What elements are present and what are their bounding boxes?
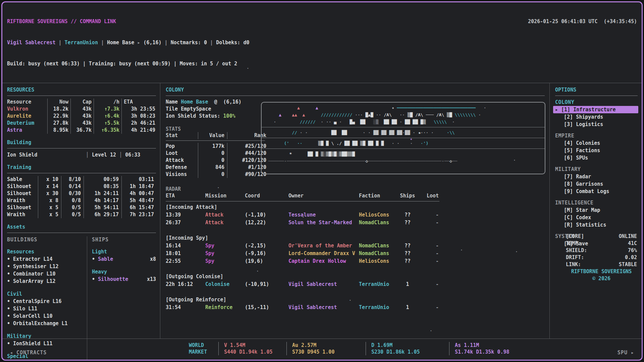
training-row: Silhouetx 300/301h 24:114h 00:47 [7, 190, 156, 197]
ships-title: SHIPS [92, 236, 156, 243]
building-group: Civil• CentralSpire L16• Silo L11• Solar… [7, 290, 84, 327]
stat-row: Defense846#1/120 [166, 164, 265, 171]
menu-item-combat-logs[interactable]: [9] Combat Logs [555, 188, 638, 195]
market-item: D 1.69MS230 D1.86k 1.05 [366, 342, 444, 355]
clock: 2026-01-25 06:41:03 UTC (+34:35:45) [528, 18, 637, 25]
building-item: • SolarArray L12 [7, 278, 84, 285]
selection-arrow-icon: ▸ [555, 107, 561, 113]
building-item: • Synthesiser L12 [7, 263, 84, 270]
options-group-military: MILITARY[7] Radar[8] Garrisons[9] Combat… [555, 166, 638, 195]
map-art-line: · ////// · ·· ▄ · █▄ ██ ░▒ ██ ██ · ██ ██… [266, 118, 541, 125]
resources-header: ResourceNowCap/hETA [7, 99, 156, 106]
header: RIFTBORNE SOVEREIGNS // COMMAND LINK 202… [2, 2, 642, 83]
core-status-line: LINK:STABLE [566, 261, 637, 268]
divider [7, 96, 156, 96]
map-band: * ██ █ ▒░▒█▒█░▒██▒▒█ ──────·────────────… [262, 148, 545, 166]
resources-table: ResourceNowCap/hETAVulkron18.2k43k↑7.3k3… [7, 99, 156, 134]
radar-row: 26:37Attack(12,22)Solun the Star-MarkedN… [166, 219, 545, 227]
options-title: OPTIONS [555, 86, 638, 94]
ship-item: • Sablex8 [92, 255, 156, 263]
training-row: Silhouetx 140/1408:351h 18:47 [7, 183, 156, 190]
options-group-title: EMPIRE [555, 132, 638, 139]
map-band: // · · ██ ██ · · ▓▓ ▓▓ ▓▓ ▓▓·▓▓ · ···· ·… [262, 127, 545, 138]
menu-item-infrastructure[interactable]: ▸ [1] Infrastructure [553, 106, 638, 113]
radar-gap [166, 265, 545, 273]
building-item: • Silo L11 [7, 305, 84, 312]
training-title: Training [7, 164, 156, 171]
menu-item-colonies[interactable]: [4] Colonies [555, 139, 638, 147]
options-group-title: COLONY [555, 99, 638, 106]
terminal-frame: RIFTBORNE SOVEREIGNS // COMMAND LINK 202… [1, 1, 643, 361]
app-title: RIFTBORNE SOVEREIGNS // COMMAND LINK [7, 18, 116, 25]
map-art-line: (' ·· ▒█ █ \ ./ ██ ██ ▒█ ██ █ █ · · · ·'… [266, 140, 541, 147]
colony-map-art: ▲ ▲ ✦ ━━━━━━━━━━━━━━━━━━━━━━━━━━━━━━ · ▲… [261, 102, 545, 174]
training-row: Sablex 108/1000:5903:11 [7, 176, 156, 183]
menu-item-star-map[interactable]: [M] Star Map [555, 206, 638, 214]
building-group: Resources• Extractor L14• Synthesiser L1… [7, 248, 84, 285]
training-row: Wraithx 80/84h 14:175h 48:47 [7, 197, 156, 204]
training-row: Wraithx 50/56h 29:177h 23:17 [7, 211, 156, 218]
radar-gap [166, 288, 545, 296]
ship-group: Light• Sablex8 [92, 248, 156, 263]
menu-item-logistics[interactable]: [3] Logistics [555, 121, 638, 128]
core-status-block: [CORE]ONLINETEMP:41CSHIELD:76%DRIFT:0.02… [566, 233, 637, 282]
menu-item-factions[interactable]: [5] Factions [555, 147, 638, 154]
stats-header: Stat Value Rank [166, 132, 265, 139]
building-group-title: Resources [7, 248, 84, 255]
world-market-label: WORLD MARKET [189, 342, 218, 355]
ship-item: • Silhouettex13 [92, 276, 156, 283]
radar-block: RADAR ETA Mission Coord Owner Faction Sh… [166, 186, 545, 311]
ship-group-title: Light [92, 248, 156, 255]
divider [7, 233, 156, 233]
building-title: Building [7, 139, 156, 146]
building-item: • CentralSpire L16 [7, 298, 84, 305]
market-item: As 1.11MS1.74k D1.35k 0.98 [449, 342, 522, 355]
options-sidebar: OPTIONS COLONY▸ [1] Infrastructure[2] Sh… [550, 83, 642, 339]
training-row: Silhouetx 50/55h 54:116h 15:47 [7, 204, 156, 211]
assets-title: Assets [7, 224, 156, 231]
resource-row: Vulkron18.2k43k↑7.3k3h 23:55 [7, 106, 156, 113]
ship-count: x13 [147, 276, 156, 283]
world-market-bar: WORLD MARKET V 1.54MS440 D1.94k 1.05Au 2… [189, 342, 527, 355]
contracts-toggle[interactable]: ◂ CONTRACTS [10, 350, 47, 356]
ship-count: x8 [150, 255, 156, 263]
ship-name: • Silhouette [92, 276, 147, 283]
building-item: • SolarCell L10 [7, 312, 84, 320]
menu-item-codex[interactable]: [C] Codex [555, 214, 638, 221]
core-status-line: SHIELD:76% [566, 247, 637, 254]
building-item: • Extractor L14 [7, 255, 84, 263]
left-panel: RESOURCES ResourceNowCap/hETAVulkron18.2… [2, 83, 160, 339]
activity-status-line: Build: busy (next 06:33) | Training: bus… [7, 60, 637, 67]
stat-row: Pop177k#25/120 [166, 143, 265, 150]
divider [166, 96, 545, 96]
buildings-title: BUILDINGS [7, 236, 84, 243]
body: RESOURCES ResourceNowCap/hETAVulkron18.2… [2, 83, 642, 339]
radar-row: 18:01Spy(-9,16)Lord-Commander Draxx VNom… [166, 250, 545, 257]
stats-title: STATS [166, 126, 265, 132]
radar-row: 22:55Spy(19,6)Captain Drex HollowHeliosC… [166, 257, 545, 265]
map-art-line: * ██ █ ▒░▒█▒█░▒██▒▒█ [266, 150, 541, 158]
stats-block: STATS Stat Value Rank Pop177k#25/120Loot… [166, 126, 265, 178]
divider [555, 96, 638, 96]
radar-group-label: [Outgoing Reinforce] [166, 296, 545, 304]
training-table: Sablex 108/1000:5903:11Silhouetx 140/140… [7, 176, 156, 218]
radar-row: 31:54Reinforce(15,-11)Vigil SablecrestTe… [166, 304, 545, 311]
map-art-line: ──────·──────────────────────────────◇──… [266, 158, 541, 165]
menu-item-garrisons[interactable]: [8] Garrisons [555, 180, 638, 188]
divider [7, 173, 156, 173]
menu-item-statistics[interactable]: [R] Statistics [555, 221, 638, 229]
stat-row: Attack0#120/120 [166, 157, 265, 164]
ship-group: Heavy• Silhouettex13 [92, 268, 156, 283]
menu-item-radar[interactable]: [7] Radar [555, 173, 638, 180]
market-item: V 1.54MS440 D1.94k 1.05 [218, 342, 282, 355]
building-item: • OrbitalExchange L1 [7, 320, 84, 327]
spu-toggle[interactable]: SPU ▸ [618, 350, 634, 356]
divider [166, 140, 265, 141]
map-band: (' ·· ▒█ █ \ ./ ██ ██ ▒█ ██ █ █ · · · ·'… [262, 138, 545, 148]
map-art-line: ▲ ▲▲ ▲ //////////// ··· █▲█ ·· /A\ ·· ▒█… [266, 111, 541, 118]
ship-group-title: Heavy [92, 268, 156, 276]
radar-row: 16:14Spy(-2,15)Or'Vexra of the AmberNoma… [166, 242, 545, 250]
menu-item-spus[interactable]: [6] SPUs [555, 154, 638, 162]
radar-row: 22h 16:12Colonise(-10,91)Vigil Sablecres… [166, 281, 545, 288]
menu-item-shipyards[interactable]: [2] Shipyards [555, 113, 638, 121]
